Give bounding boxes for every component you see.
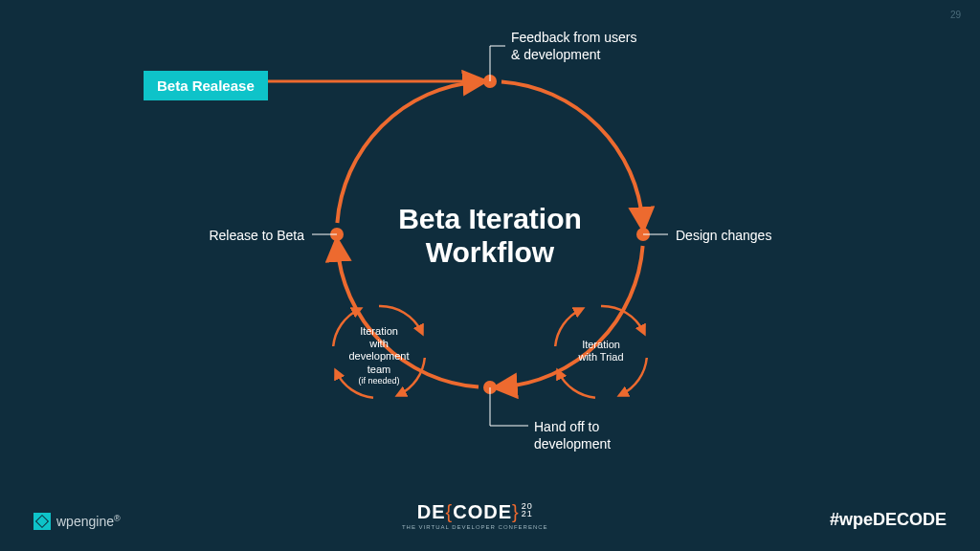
decode-main: DE{CODE}2021 (402, 501, 548, 523)
dev-line3: development (349, 350, 410, 362)
diagram-title: Beta Iteration Workflow (364, 203, 616, 269)
title-line-2: Workflow (426, 236, 554, 268)
decode-year: 2021 (522, 502, 533, 518)
label-handoff-line1: Hand off to (534, 418, 611, 435)
label-feedback: Feedback from users & development (511, 29, 637, 63)
wpengine-icon (33, 513, 51, 530)
wpengine-text: wpengine® (56, 514, 121, 529)
triad-mini-label: Iteration with Triad (563, 339, 639, 364)
brace-close-icon: } (512, 501, 520, 522)
decode-de: DE (417, 501, 446, 522)
footer: wpengine® DE{CODE}2021 THE VIRTUAL DEVEL… (0, 501, 980, 530)
wp-light: wp (56, 514, 74, 529)
triad-line1: Iteration (582, 339, 620, 350)
label-feedback-line1: Feedback from users (511, 29, 637, 46)
dev-line1: Iteration (360, 325, 398, 337)
label-feedback-line2: & development (511, 46, 637, 63)
decode-subtitle: THE VIRTUAL DEVELOPER CONFERENCE (402, 524, 548, 530)
dev-line2: with (369, 338, 389, 349)
wpengine-logo: wpengine® (33, 513, 121, 530)
triad-line2: with Triad (578, 351, 623, 363)
decode-code: CODE (453, 501, 512, 522)
hashtag: #wpeDECODE (830, 510, 947, 530)
title-line-1: Beta Iteration (398, 203, 582, 234)
dev-line5: (if needed) (341, 376, 417, 386)
dev-line4: team (368, 364, 390, 375)
label-design: Design changes (676, 227, 771, 244)
label-handoff: Hand off to development (534, 418, 611, 452)
decode-logo: DE{CODE}2021 THE VIRTUAL DEVELOPER CONFE… (402, 501, 548, 530)
wp-bold: engine (74, 514, 114, 529)
dev-mini-label: Iteration with development team (if need… (341, 325, 417, 386)
label-handoff-line2: development (534, 435, 611, 452)
label-release: Release to Beta (209, 227, 304, 244)
beta-release-tag: Beta Realease (144, 71, 268, 100)
